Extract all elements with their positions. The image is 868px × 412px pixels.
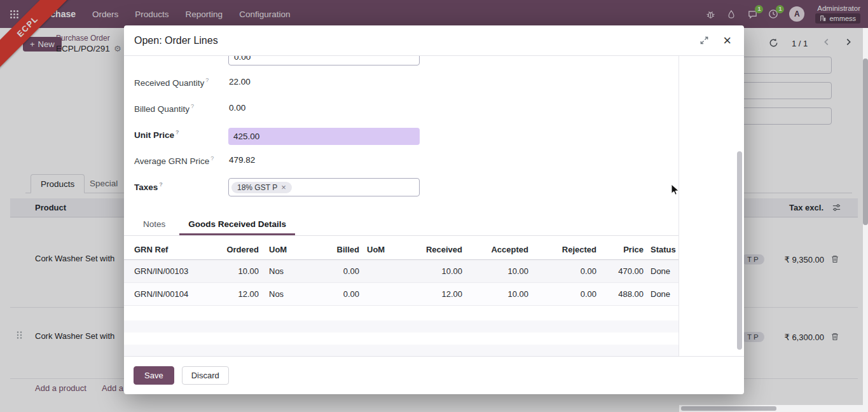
grn-billed: 0.00	[308, 260, 359, 283]
billed-quantity-label: Billed Quantity?	[134, 103, 194, 114]
remove-tag-icon[interactable]: ×	[281, 184, 286, 191]
grn-col-status[interactable]: Status	[644, 240, 679, 260]
order-lines-dialog: Open: Order Lines × Received Quantity? 2…	[124, 25, 744, 394]
grn-col-ordered[interactable]: Ordered	[219, 240, 259, 260]
dialog-scrollbar-thumb[interactable]	[737, 151, 742, 350]
notebook-tabbar: Notes Goods Received Details	[124, 214, 679, 236]
grn-col-price[interactable]: Price	[596, 240, 644, 260]
tab-goods-received-details[interactable]: Goods Received Details	[179, 214, 295, 235]
dialog-body: Received Quantity? 22.00 Billed Quantity…	[124, 56, 744, 356]
unit-price-input[interactable]	[228, 128, 420, 145]
average-grn-price-value: 479.82	[229, 155, 255, 165]
tax-tag: 18% GST P ×	[231, 182, 292, 193]
dialog-header: Open: Order Lines ×	[124, 25, 744, 56]
grn-ref: GRN/IN/00104	[124, 283, 219, 306]
grn-uom2	[359, 260, 410, 283]
grn-col-billed[interactable]: Billed	[308, 240, 359, 260]
tab-notes[interactable]: Notes	[134, 214, 174, 235]
dialog-title: Open: Order Lines	[134, 35, 697, 46]
sheet-divider	[679, 56, 679, 356]
grn-uom: Nos	[259, 260, 308, 283]
help-icon: ?	[205, 77, 209, 83]
grn-row[interactable]: GRN/IN/00104 12.00 Nos 0.00 12.00 10.00 …	[124, 283, 679, 306]
discard-button[interactable]: Discard	[182, 366, 229, 385]
grn-ordered: 12.00	[219, 283, 259, 306]
grn-col-ref[interactable]: GRN Ref	[124, 240, 219, 260]
average-grn-price-label: Average GRN Price?	[134, 155, 214, 166]
grn-row[interactable]: GRN/IN/00103 10.00 Nos 0.00 10.00 10.00 …	[124, 260, 679, 283]
unit-price-label: Unit Price?	[134, 129, 179, 140]
help-icon: ?	[191, 103, 194, 109]
grn-table: GRN Ref Ordered UoM Billed UoM Received …	[124, 240, 679, 306]
grn-col-rejected[interactable]: Rejected	[528, 240, 596, 260]
grn-accepted: 10.00	[462, 283, 528, 306]
empty-row-stripe	[124, 320, 679, 333]
save-button[interactable]: Save	[134, 366, 174, 385]
help-icon: ?	[210, 155, 214, 161]
grn-status: Done	[644, 283, 679, 306]
tax-tag-label: 18% GST P	[237, 183, 277, 192]
received-quantity-value: 22.00	[229, 77, 251, 86]
grn-received: 10.00	[410, 260, 462, 283]
grn-col-received[interactable]: Received	[410, 240, 462, 260]
grn-price: 470.00	[596, 260, 644, 283]
grn-col-accepted[interactable]: Accepted	[462, 240, 528, 260]
grn-col-uom2[interactable]: UoM	[359, 240, 410, 260]
empty-row-stripe	[124, 345, 679, 356]
page-scrollbar-thumb[interactable]	[863, 58, 868, 225]
grn-received: 12.00	[410, 283, 462, 306]
billed-quantity-value: 0.00	[229, 103, 245, 113]
screen: Purchase Orders Products Reporting Confi…	[0, 0, 868, 412]
taxes-label: Taxes?	[134, 181, 163, 192]
grn-status: Done	[644, 260, 679, 283]
grn-accepted: 10.00	[462, 260, 528, 283]
grn-col-uom[interactable]: UoM	[259, 240, 308, 260]
grn-billed: 0.00	[308, 283, 359, 306]
grn-rejected: 0.00	[528, 283, 596, 306]
grn-uom: Nos	[259, 283, 308, 306]
scrolled-quantity-input[interactable]	[228, 56, 420, 65]
grn-ordered: 10.00	[219, 260, 259, 283]
grn-header-row: GRN Ref Ordered UoM Billed UoM Received …	[124, 240, 679, 260]
help-icon: ?	[176, 129, 179, 135]
horizontal-scrollbar-thumb[interactable]	[681, 406, 776, 411]
taxes-input[interactable]: 18% GST P ×	[228, 178, 420, 196]
grn-rejected: 0.00	[528, 260, 596, 283]
help-icon: ?	[159, 181, 163, 188]
expand-dialog-icon[interactable]	[697, 33, 712, 48]
close-icon[interactable]: ×	[720, 32, 734, 49]
grn-uom2	[359, 283, 410, 306]
grn-price: 488.00	[596, 283, 644, 306]
dialog-footer: Save Discard	[124, 356, 744, 394]
grn-ref: GRN/IN/00103	[124, 260, 219, 283]
received-quantity-label: Received Quantity?	[134, 77, 209, 88]
